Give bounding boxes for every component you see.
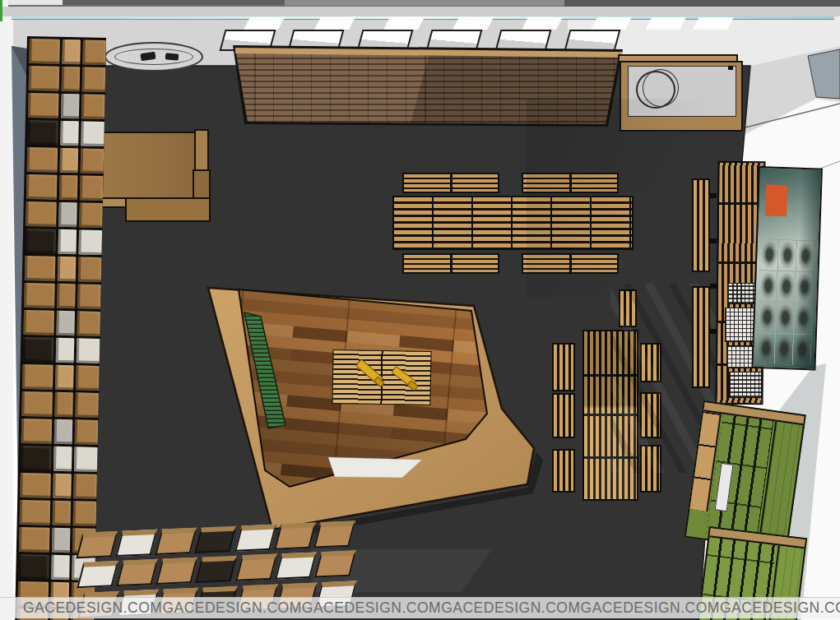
shelf-cubby: [53, 474, 72, 498]
watermark-text: GACEDESIGN.COM: [720, 599, 840, 617]
shelf-cubby: [19, 527, 49, 553]
display-bin: [196, 556, 238, 584]
shelf-cubby: [29, 66, 59, 91]
shelf-cubby: [73, 474, 96, 499]
display-bin: [275, 553, 317, 581]
bench-west-2: [552, 393, 575, 438]
shelf-cubby: [24, 283, 54, 308]
shelf-cubby: [81, 94, 104, 119]
shelf-cubby: [80, 175, 103, 201]
table-bracket: [710, 193, 717, 198]
shelf-cubby: [53, 419, 72, 444]
waffle-chair: [729, 372, 762, 398]
shelf-cubby: [54, 392, 73, 417]
shelf-cubby: [20, 500, 50, 525]
shelf-cubby: [26, 201, 56, 227]
shelf-cubby: [60, 121, 79, 146]
display-bench-2: [692, 286, 710, 388]
display-bin: [155, 558, 197, 585]
shelf-cubby: [55, 338, 74, 363]
shelf-cubby: [81, 148, 104, 174]
shelf-cubby: [62, 39, 81, 64]
display-bin: [76, 531, 118, 559]
watermark-text: GACEDESIGN.COM: [302, 599, 441, 617]
shelf-cubby: [52, 501, 71, 525]
shelf-cubby: [76, 365, 99, 391]
yellow-stool: [391, 366, 417, 388]
shelf-cubby: [25, 256, 55, 281]
rug-item: [165, 53, 179, 60]
shelf-cubby: [78, 257, 101, 282]
shelf-cubby: [75, 392, 98, 418]
shelf-cubby: [58, 202, 77, 227]
shelf-cubby: [81, 121, 104, 146]
shelf-cubby: [58, 229, 77, 254]
desk-wing: [194, 129, 209, 172]
shelf-cubby: [75, 419, 98, 445]
shelf-cubby: [61, 67, 80, 91]
shelf-cubby: [27, 147, 58, 173]
shelf-cubby: [27, 120, 58, 146]
shelf-cubby: [21, 419, 52, 444]
shelf-cubby: [59, 148, 78, 173]
shelf-cubby: [56, 311, 75, 335]
shelf-cubby: [79, 202, 102, 228]
shelf-cubby: [82, 39, 105, 65]
shelf-cubby: [28, 93, 58, 118]
shelf-cubby: [73, 501, 96, 526]
shelf-cubby: [21, 391, 52, 417]
shelf-cubby: [18, 554, 49, 580]
shelf-cubby: [55, 365, 74, 390]
green-locker-upper: [685, 400, 806, 552]
shelf-cubby: [22, 364, 53, 390]
shelf-cubby: [74, 446, 97, 472]
render-canvas: GACEDESIGN.COMGACEDESIGN.COMGACEDESIGN.C…: [0, 0, 840, 620]
platform-table: [332, 349, 431, 405]
table-bracket: [710, 238, 717, 243]
table-bracket: [710, 284, 717, 289]
yellow-stool: [355, 359, 383, 385]
display-bin: [77, 561, 118, 589]
display-bench-1: [692, 178, 710, 272]
shelf-cubby: [53, 446, 72, 471]
display-bin: [234, 525, 276, 553]
shelf-cubby: [57, 257, 76, 281]
shelf-cubby: [29, 39, 59, 64]
shelf-cubby: [20, 473, 50, 498]
bench-west-3: [552, 449, 575, 493]
shelf-cubby: [26, 174, 57, 200]
shelf-cubby: [79, 229, 102, 255]
display-bin: [155, 528, 197, 556]
shelf-cubby: [25, 229, 55, 254]
bench-west-1: [552, 343, 575, 391]
shelf-cubby: [60, 94, 79, 118]
table-bracket: [710, 329, 717, 334]
watermark-band: GACEDESIGN.COMGACEDESIGN.COMGACEDESIGN.C…: [0, 597, 840, 618]
shelf-cubby: [23, 310, 53, 335]
shelf-cubby: [77, 311, 100, 336]
desk-return: [125, 197, 211, 222]
shelf-cubby: [23, 337, 53, 363]
display-bin: [235, 554, 277, 582]
watermark-text: GACEDESIGN.COM: [23, 599, 162, 617]
ac-detail: [728, 66, 733, 70]
watermark-text: GACEDESIGN.COM: [162, 599, 301, 617]
watermark-text: GACEDESIGN.COM: [581, 599, 720, 617]
display-bin: [314, 551, 356, 579]
poster-shade: [753, 168, 820, 368]
ceiling-window: [495, 30, 552, 51]
bench-bottom-left: [402, 253, 499, 274]
desk-top: [94, 132, 196, 199]
ceiling-window: [564, 30, 621, 51]
bench-top-left: [402, 173, 499, 193]
oval-rug: [104, 42, 203, 72]
watermark-text: GACEDESIGN.COM: [441, 599, 580, 617]
shelf-cubby: [77, 338, 100, 363]
display-bin: [313, 521, 355, 548]
wall-poster: [751, 166, 823, 371]
display-bin: [115, 530, 157, 558]
display-bin: [195, 526, 237, 554]
shelf-cubby: [21, 446, 51, 471]
shelf-cubby: [58, 175, 77, 200]
shelf-cubby: [82, 67, 105, 92]
